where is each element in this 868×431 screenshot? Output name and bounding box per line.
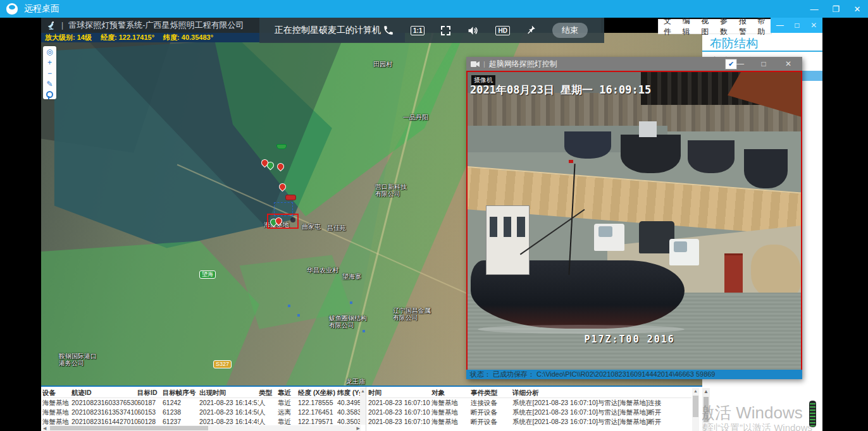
table-cell: 122.178555 <box>298 398 337 408</box>
boat-map-pin[interactable] <box>276 144 287 149</box>
table-row[interactable]: 海蟹基地2021082316033765303960187612422021-0… <box>42 398 361 408</box>
event-table-vscroll[interactable]: ▲ <box>692 388 699 431</box>
video-minimize-button[interactable]: — <box>731 57 750 71</box>
hscroll-thumb[interactable] <box>50 426 208 430</box>
map-label: 华昌农业村 <box>307 267 338 274</box>
table-cell: 海蟹基地 <box>42 408 71 417</box>
event-table[interactable]: 时间对象事件类型详细分析2021-08-23 16:07:10海蟹基地连接设备系… <box>368 388 691 430</box>
car-map-pin[interactable] <box>285 195 296 200</box>
speaker-icon[interactable] <box>467 25 479 36</box>
scene-moored-boat <box>564 131 611 158</box>
scene-moored-boat <box>621 135 681 173</box>
table-cell: 靠近 <box>278 398 298 408</box>
table-row[interactable]: 2021-08-23 16:07:10海蟹基地断开设备系统在[2021-08-2… <box>368 408 691 417</box>
map-label: 鲅鱼圈钢结构有限公司 <box>329 315 367 329</box>
table-cell: 2021-08-23 16:07:10 <box>368 398 431 408</box>
hd-icon[interactable]: HD <box>495 26 509 35</box>
zoom-out-button[interactable]: − <box>47 70 52 77</box>
table-cell: 纬度 (Y坐标) <box>337 388 361 398</box>
menu-help[interactable]: 帮助 <box>752 16 771 37</box>
table-cell: 事件类型 <box>471 388 512 398</box>
table-row[interactable]: 2021-08-23 16:07:10海蟹基地连接设备系统在[2021-08-2… <box>368 398 691 408</box>
table-cell: 海蟹基地 <box>42 398 71 408</box>
measure-icon[interactable]: ✎ <box>46 80 53 88</box>
menu-file[interactable]: 文件 <box>659 16 678 37</box>
table-cell: 60128 <box>137 417 163 425</box>
video-window-title: 超脑网络探照灯控制 <box>489 59 557 70</box>
fullscreen-icon[interactable] <box>441 26 450 35</box>
table-cell: 海蟹基地 <box>431 417 471 427</box>
scene-moored-boat <box>744 149 788 188</box>
table-cell: 目标帧序号 <box>163 388 199 398</box>
map-label: 辽宁国昌金属有限公司 <box>393 307 431 321</box>
scene-fishing-boat <box>471 203 684 334</box>
table-cell: 海蟹基地 <box>431 398 471 408</box>
app-title: 雷球探照灯预警系统-广西星烁照明工程有限公司 <box>68 20 244 31</box>
restore-button[interactable]: ❐ <box>825 4 846 14</box>
menu-view[interactable]: 视图 <box>696 16 715 37</box>
table-cell: 61237 <box>163 417 199 425</box>
end-session-button[interactable]: 结束 <box>552 23 588 38</box>
close-button[interactable]: ✕ <box>846 4 868 14</box>
menu-alarm[interactable]: 报警 <box>734 16 753 37</box>
boat-red-flag <box>569 160 573 163</box>
map-building-dot <box>297 314 300 317</box>
table-cell: 20210823161353741052 <box>71 408 137 417</box>
scene-red-structure <box>724 253 743 295</box>
remote-desktop-title: 远程桌面 <box>24 3 59 15</box>
table-row[interactable]: 海蟹基地2021082316135374105260153612382021-0… <box>42 408 361 417</box>
map-label: 一品丹阳 <box>403 114 428 121</box>
table-cell: 人 <box>259 408 278 417</box>
table-cell: 海蟹基地 <box>42 417 71 425</box>
boat-boom <box>520 209 585 255</box>
video-window-titlebar[interactable]: | 超脑网络探照灯控制 <box>466 57 802 71</box>
pushpin-icon[interactable] <box>526 25 536 36</box>
one-to-one-icon[interactable]: 1:1 <box>411 26 425 35</box>
locate-icon[interactable]: ◎ <box>46 48 53 56</box>
controlling-status-text: 正在控制星硕麦工的计算机 <box>275 25 381 36</box>
table-cell: 40.35834 <box>337 408 361 417</box>
table-cell: 40.349533 <box>337 398 361 408</box>
phone-call-icon[interactable] <box>383 25 394 36</box>
osd-datetime: 2021年08月23日 星期一 16:09:15 <box>470 83 651 97</box>
menu-edit[interactable]: 编辑 <box>678 16 697 37</box>
menu-params[interactable]: 参数 <box>715 16 734 37</box>
video-feed[interactable]: 摄像机 2021年08月23日 星期一 16:09:15 P17Z:T00 20… <box>466 71 802 371</box>
table-cell: 设备 <box>42 388 71 398</box>
tree-selected-row[interactable] <box>801 71 822 81</box>
table-cell: 61242 <box>163 398 199 408</box>
table-cell: 时间 <box>368 388 431 398</box>
video-maximize-button[interactable]: □ <box>754 57 773 71</box>
searchlight-video-window: | 超脑网络探照灯控制 ✔ — □ ✕ 摄像机 2021年08月23日 星期 <box>466 57 802 379</box>
map-badge: 望海 <box>199 270 216 279</box>
table-row[interactable]: 2021-08-23 16:07:10海蟹基地断开设备系统在[2021-08-2… <box>368 417 691 427</box>
map-label: 龙王庙 <box>346 378 365 385</box>
map-label: 曲家屯 <box>302 223 321 230</box>
track-table-vscroll[interactable]: ▲ <box>360 388 366 425</box>
table-cell: 目标ID <box>137 388 163 398</box>
minimize-button[interactable]: — <box>803 4 825 14</box>
video-close-button[interactable]: ✕ <box>779 57 798 71</box>
track-table-hscroll[interactable]: ◀▶ <box>42 425 361 431</box>
longitude-label: 经度: 122.17415° <box>101 33 154 42</box>
marker-pin-icon[interactable] <box>46 91 53 98</box>
table-row[interactable]: 海蟹基地2021082316144270105760128612372021-0… <box>42 417 361 425</box>
table-cell: 海蟹基地 <box>431 408 471 417</box>
table-divider <box>366 387 366 431</box>
app-close-button[interactable]: ✕ <box>810 21 817 30</box>
map-label: 田园村 <box>373 61 392 68</box>
scene-moored-boat <box>688 140 735 173</box>
map-label: 昌佳苑 <box>327 224 346 231</box>
panel-heading: 布防结构 <box>710 35 758 52</box>
track-table[interactable]: 设备航迹ID目标ID目标帧序号出现时间类型靠近经度 (X坐标)纬度 (Y坐标)方… <box>42 388 361 425</box>
table-cell: 断开设备 <box>471 417 512 427</box>
table-cell: 122.179571 <box>298 417 337 425</box>
table-cell: 连接设备 <box>471 398 512 408</box>
scroll-up-arrow[interactable]: ▲ <box>702 388 710 396</box>
vscroll-thumb[interactable] <box>693 396 698 417</box>
zoom-in-button[interactable]: + <box>47 59 52 66</box>
app-maximize-button[interactable]: □ <box>795 21 799 30</box>
app-minimize-button[interactable]: — <box>776 21 784 30</box>
map-badge: S327 <box>213 360 232 368</box>
table-cell: 系统在[2021-08-23 16:07:10]与雷达[海蟹基地]断开 <box>512 408 690 417</box>
